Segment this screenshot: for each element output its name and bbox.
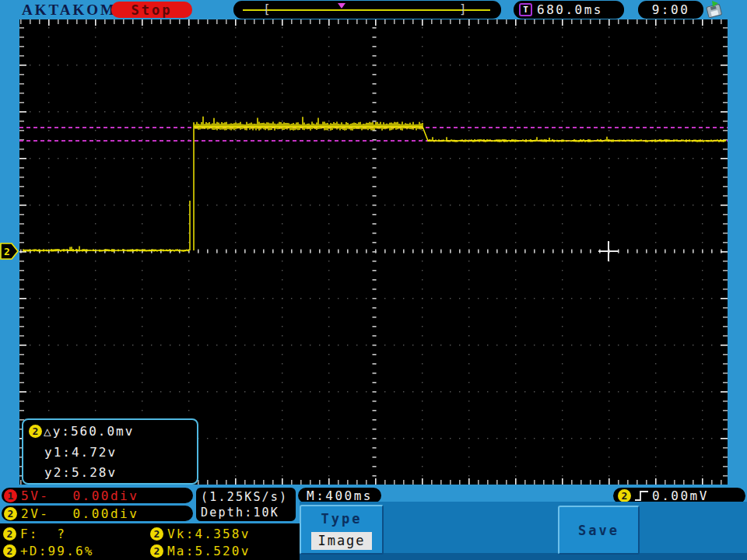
rising-edge-icon [634, 489, 650, 502]
oscilloscope-screen: AKTAKOM Stop [ ] T 680.0ms 9:00 2 2 △ [0, 0, 747, 560]
window-right-bracket: ] [459, 2, 467, 16]
trigger-t-icon: T [519, 3, 532, 16]
type-menu-label: Type [301, 511, 382, 527]
cursor-readout-box: 2 △y:560.0mv y1:4.72v y2:5.28v [22, 418, 198, 485]
auto-measurements-panel: 2 F: ? 2 Vk:4.358v 2 +D:99.6% 2 Ma:5.520… [0, 523, 301, 560]
storage-disk-icon [704, 1, 724, 19]
cursor-channel-badge: 2 [29, 425, 42, 438]
channel2-badge: 2 [4, 507, 17, 520]
channel1-status: 1 5V- 0.00div [2, 488, 193, 503]
acquisition-info: (1.25KS/s) Depth:10K [196, 488, 296, 521]
measure-duty-badge: 2 [3, 544, 16, 558]
measure-vk-badge: 2 [150, 527, 163, 541]
cursor-y1: y1:4.72v [44, 445, 117, 460]
type-menu-value[interactable]: Image [311, 532, 372, 550]
clock-value: 9:00 [652, 2, 690, 17]
channel1-scale: 5V- [21, 488, 49, 503]
measure-f-badge: 2 [3, 527, 16, 541]
type-menu-button[interactable]: Type Image [300, 505, 384, 555]
run-state-label: Stop [132, 2, 173, 18]
measure-max: Ma:5.520v [167, 544, 251, 558]
run-state-indicator[interactable]: Stop [111, 2, 192, 18]
save-button-label: Save [578, 523, 619, 538]
measure-duty: +D:99.6% [20, 544, 94, 558]
cursor-y2: y2:5.28v [44, 465, 117, 480]
sample-rate: (1.25KS/s) [201, 489, 296, 505]
measure-frequency: F: ? [20, 527, 66, 541]
trigger-time-readout: T 680.0ms [514, 1, 624, 19]
channel2-position: 0.00div [72, 506, 139, 521]
window-left-bracket: [ [263, 2, 271, 16]
memory-depth: Depth:10K [201, 505, 296, 520]
memory-line [243, 9, 490, 11]
timebase-readout: M:400ms [298, 488, 381, 503]
channel1-position: 0.00div [72, 488, 139, 503]
save-button[interactable]: Save [558, 506, 640, 555]
timebase-value: M:400ms [307, 488, 373, 503]
channel2-status: 2 2V- 0.00div [2, 506, 193, 521]
channel2-scale: 2V- [21, 506, 49, 521]
measure-max-badge: 2 [150, 544, 163, 558]
trigger-channel-badge: 2 [618, 489, 631, 502]
measure-vk: Vk:4.358v [167, 527, 251, 541]
channel1-badge: 1 [4, 489, 17, 502]
waveform-display [19, 19, 728, 485]
channel2-position-marker[interactable]: 2 [0, 243, 19, 260]
memory-window-indicator: [ ] [233, 1, 501, 19]
waveform-canvas [19, 19, 728, 485]
brand-logo: AKTAKOM [22, 2, 117, 19]
clock-readout: 9:00 [638, 1, 703, 19]
channel2-marker-label: 2 [4, 246, 10, 257]
cursor-delta-y: △y:560.0mv [44, 424, 134, 439]
trigger-position-marker-icon [338, 3, 345, 9]
trigger-time-value: 680.0ms [537, 2, 603, 17]
